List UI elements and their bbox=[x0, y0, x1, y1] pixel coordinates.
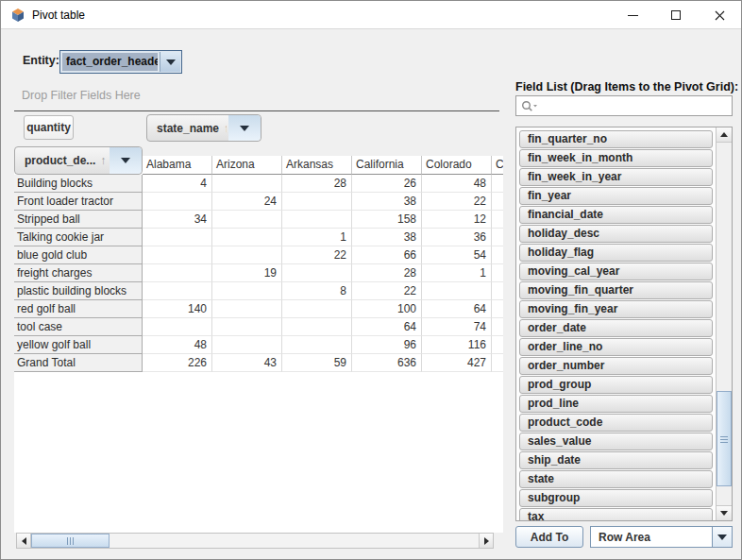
data-cell bbox=[282, 318, 352, 336]
field-list-item[interactable]: prod_line bbox=[519, 395, 713, 413]
table-row: blue gold club226654 bbox=[14, 246, 503, 264]
data-cell bbox=[282, 300, 352, 318]
data-cell: 36 bbox=[422, 229, 492, 246]
data-cell bbox=[492, 193, 503, 211]
data-cell: 19 bbox=[212, 264, 282, 282]
field-list-scrollbar[interactable] bbox=[716, 127, 732, 520]
field-list-item[interactable]: order_date bbox=[519, 319, 713, 337]
measure-field-label: quantity bbox=[26, 121, 71, 134]
horizontal-scrollbar[interactable] bbox=[16, 533, 494, 549]
scroll-left-button[interactable] bbox=[17, 534, 31, 548]
row-header: yellow golf ball bbox=[14, 336, 143, 354]
field-list-scrollbar-thumb[interactable] bbox=[717, 391, 732, 486]
row-header: red golf ball bbox=[14, 300, 143, 318]
table-row: Building blocks4282648 bbox=[14, 175, 503, 193]
app-icon bbox=[10, 8, 25, 23]
row-field-chip[interactable]: product_de... ↑ bbox=[14, 146, 143, 175]
field-list-item[interactable]: moving_fin_year bbox=[519, 300, 713, 318]
scroll-right-button[interactable] bbox=[479, 534, 493, 548]
field-list-item[interactable]: prod_group bbox=[519, 376, 713, 394]
field-search-box[interactable] bbox=[515, 95, 733, 116]
data-cell: 22 bbox=[282, 246, 352, 264]
field-list-item[interactable]: ship_date bbox=[519, 451, 713, 469]
field-list-item[interactable]: fin_quarter_no bbox=[519, 130, 713, 148]
window-title: Pivot table bbox=[32, 1, 85, 29]
entity-label: Entity: bbox=[23, 54, 59, 67]
table-row: freight charges19281 bbox=[14, 264, 503, 282]
horizontal-scrollbar-thumb[interactable] bbox=[31, 534, 110, 548]
column-field-dropdown-arrow[interactable] bbox=[228, 115, 261, 141]
data-cell bbox=[282, 264, 352, 282]
column-header: California bbox=[352, 156, 422, 175]
grip-icon bbox=[67, 537, 75, 545]
field-list-item[interactable]: fin_week_in_month bbox=[519, 149, 713, 167]
scroll-down-button[interactable] bbox=[717, 505, 732, 520]
add-to-button[interactable]: Add To bbox=[515, 526, 583, 548]
data-cell bbox=[212, 318, 282, 336]
row-header: Talking cookie jar bbox=[14, 229, 143, 246]
column-header: Colorado bbox=[422, 156, 492, 175]
entity-combobox[interactable]: fact_order_header bbox=[59, 50, 182, 74]
field-list-item[interactable]: order_number bbox=[519, 357, 713, 375]
scroll-up-button[interactable] bbox=[717, 127, 732, 143]
field-list-item[interactable]: product_code bbox=[519, 414, 713, 432]
data-cell bbox=[492, 175, 503, 193]
row-header: plastic building blocks bbox=[14, 282, 143, 300]
data-cell: 66 bbox=[352, 246, 422, 264]
column-header: Arizona bbox=[212, 156, 282, 175]
data-cell bbox=[492, 246, 503, 264]
pivot-grid-viewport: AlabamaArizonaArkansasCaliforniaColorado… bbox=[14, 156, 503, 533]
data-cell: 427 bbox=[422, 354, 492, 372]
table-row: Grand Total2264359636427 bbox=[14, 354, 503, 372]
data-cell: 64 bbox=[352, 318, 422, 336]
minimize-button[interactable] bbox=[611, 1, 654, 29]
entity-dropdown-arrow[interactable] bbox=[160, 52, 180, 72]
data-cell bbox=[492, 229, 503, 246]
data-cell: 22 bbox=[422, 193, 492, 211]
data-cell: 48 bbox=[422, 175, 492, 193]
field-list-item[interactable]: fin_year bbox=[519, 187, 713, 205]
area-combobox[interactable]: Row Area bbox=[590, 526, 733, 548]
field-list-item[interactable]: financial_date bbox=[519, 206, 713, 224]
row-header: tool case bbox=[14, 318, 143, 336]
field-list-item[interactable]: moving_fin_quarter bbox=[519, 281, 713, 299]
table-row: Stripped ball3415812 bbox=[14, 211, 503, 229]
area-dropdown-arrow[interactable] bbox=[712, 527, 732, 547]
field-search-input[interactable] bbox=[541, 97, 730, 114]
column-header: C bbox=[492, 156, 503, 175]
data-cell bbox=[212, 229, 282, 246]
field-list-item[interactable]: tax bbox=[519, 508, 713, 520]
column-field-chip[interactable]: state_name ↑ bbox=[146, 114, 261, 142]
data-cell: 54 bbox=[422, 246, 492, 264]
data-cell: 4 bbox=[143, 175, 212, 193]
field-list-item[interactable]: subgroup bbox=[519, 489, 713, 507]
table-row: red golf ball14010064 bbox=[14, 300, 503, 318]
data-cell bbox=[282, 211, 352, 229]
field-list-item[interactable]: holiday_flag bbox=[519, 244, 713, 262]
data-cell: 226 bbox=[143, 354, 212, 372]
data-cell: 34 bbox=[143, 211, 212, 229]
maximize-button[interactable] bbox=[654, 1, 698, 29]
data-cell bbox=[492, 282, 503, 300]
column-header-row: AlabamaArizonaArkansasCaliforniaColorado… bbox=[143, 156, 503, 175]
pivot-table-window: Pivot table Entity: fact_order_header Dr… bbox=[0, 0, 742, 560]
data-cell: 636 bbox=[352, 354, 422, 372]
field-list-item[interactable]: order_line_no bbox=[519, 338, 713, 356]
data-cell bbox=[143, 229, 212, 246]
measure-field-chip[interactable]: quantity bbox=[24, 115, 74, 140]
column-header: Arkansas bbox=[282, 156, 352, 175]
data-cell bbox=[212, 175, 282, 193]
field-list-item[interactable]: holiday_desc bbox=[519, 225, 713, 243]
data-cell bbox=[212, 211, 282, 229]
arrow-down-icon bbox=[720, 511, 728, 516]
field-list-item[interactable]: fin_week_in_year bbox=[519, 168, 713, 186]
close-button[interactable] bbox=[698, 1, 741, 29]
data-cell: 22 bbox=[352, 282, 422, 300]
table-row: Talking cookie jar13836 bbox=[14, 229, 503, 246]
field-list-item[interactable]: state bbox=[519, 470, 713, 488]
sort-asc-icon: ↑ bbox=[224, 122, 227, 135]
data-cell: 140 bbox=[143, 300, 212, 318]
row-field-dropdown-arrow[interactable] bbox=[110, 147, 142, 174]
field-list-item[interactable]: moving_cal_year bbox=[519, 263, 713, 280]
field-list-item[interactable]: sales_value bbox=[519, 433, 713, 450]
